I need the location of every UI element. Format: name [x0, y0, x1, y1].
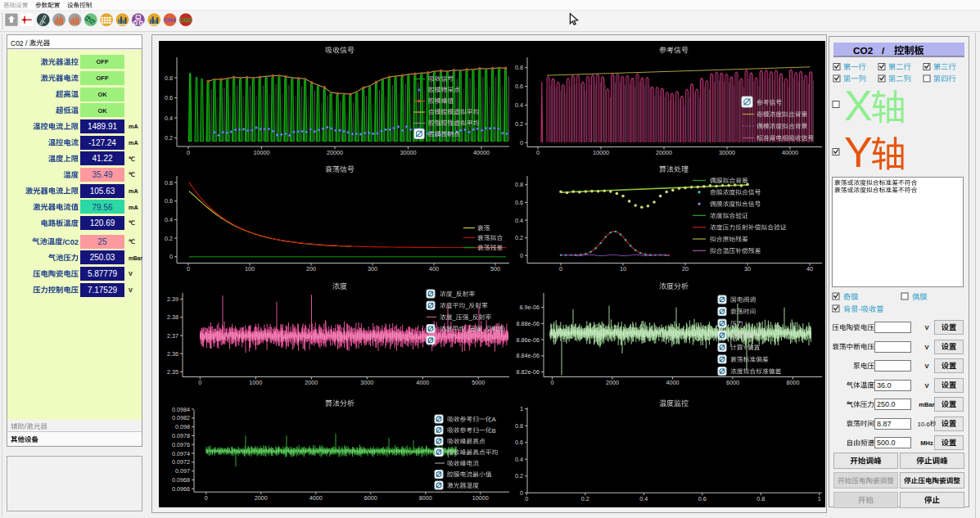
svg-text:0.4: 0.4 — [165, 115, 173, 122]
svg-text:40000: 40000 — [782, 149, 798, 156]
svg-text:8000: 8000 — [786, 379, 799, 386]
svg-text:10000: 10000 — [472, 494, 489, 502]
svg-text:0.0966: 0.0966 — [172, 485, 190, 493]
svg-text:0: 0 — [187, 265, 190, 273]
svg-text:mBar: mBar — [919, 401, 934, 408]
svg-text:0.6: 0.6 — [165, 94, 173, 101]
svg-text:0.0968: 0.0968 — [172, 476, 190, 484]
svg-text:20000: 20000 — [327, 149, 343, 156]
svg-text:250.0: 250.0 — [877, 400, 896, 408]
svg-text:CO2: CO2 — [179, 16, 192, 24]
svg-text:8.9e-06: 8.9e-06 — [520, 304, 540, 311]
svg-text:2000: 2000 — [255, 494, 268, 502]
svg-text:0.2: 0.2 — [515, 234, 523, 241]
svg-text:0.6: 0.6 — [515, 83, 523, 90]
svg-text:0.8: 0.8 — [515, 181, 523, 188]
svg-text:10000: 10000 — [593, 149, 609, 156]
svg-text:10000: 10000 — [254, 149, 270, 156]
svg-text:℃: ℃ — [129, 155, 135, 163]
svg-text:X: X — [844, 82, 873, 129]
svg-text:0.2: 0.2 — [515, 120, 523, 128]
svg-text:0.2: 0.2 — [165, 235, 173, 242]
svg-text:0.8: 0.8 — [515, 64, 523, 71]
svg-text:℃: ℃ — [129, 238, 135, 245]
svg-text:0.4: 0.4 — [639, 495, 648, 502]
svg-text:0.2: 0.2 — [581, 495, 589, 502]
svg-text:2.37: 2.37 — [167, 332, 178, 340]
svg-text:0.6: 0.6 — [165, 197, 173, 205]
svg-text:105.63: 105.63 — [90, 187, 115, 196]
svg-text:℃: ℃ — [129, 171, 135, 178]
svg-text:8.88e-06: 8.88e-06 — [517, 320, 540, 327]
svg-text:_: _ — [452, 291, 457, 298]
svg-text:0.2: 0.2 — [165, 134, 173, 142]
svg-text:0.0984: 0.0984 — [172, 406, 190, 413]
svg-text:0.6: 0.6 — [515, 439, 523, 446]
svg-text:20: 20 — [682, 265, 689, 273]
svg-text:0: 0 — [520, 252, 523, 259]
svg-text:Y: Y — [844, 128, 873, 176]
svg-text:2.39: 2.39 — [167, 295, 178, 303]
svg-text:36.0: 36.0 — [877, 381, 892, 390]
svg-text:41.22: 41.22 — [93, 154, 113, 163]
svg-text:3000: 3000 — [360, 379, 373, 386]
svg-text:B: B — [492, 427, 496, 435]
svg-text:0.0972: 0.0972 — [172, 458, 190, 466]
svg-text:0: 0 — [187, 149, 190, 156]
svg-text:_: _ — [464, 302, 469, 309]
svg-text:0.4: 0.4 — [515, 217, 523, 224]
svg-text:0.4: 0.4 — [165, 216, 173, 223]
svg-text:OFF: OFF — [97, 74, 109, 82]
svg-text:0.2: 0.2 — [515, 472, 523, 480]
svg-text:6000: 6000 — [726, 379, 739, 386]
svg-text:0: 0 — [198, 379, 201, 386]
svg-text:OK: OK — [97, 107, 107, 115]
svg-text:2000: 2000 — [305, 379, 318, 386]
svg-text:_: _ — [481, 326, 485, 333]
svg-text:mA: mA — [129, 123, 138, 130]
svg-text:0.8: 0.8 — [165, 74, 173, 82]
svg-text:30000: 30000 — [719, 149, 735, 156]
svg-text:4000: 4000 — [309, 494, 323, 502]
svg-text:1: 1 — [818, 495, 821, 502]
svg-text:0.6: 0.6 — [515, 199, 523, 206]
svg-text:V: V — [925, 382, 930, 390]
svg-text:V: V — [925, 324, 930, 331]
svg-text:MHz: MHz — [920, 439, 933, 447]
svg-text:0: 0 — [559, 265, 562, 273]
svg-text:0.8: 0.8 — [756, 495, 765, 502]
svg-text:0.4: 0.4 — [515, 456, 523, 463]
svg-text:mA: mA — [129, 187, 138, 195]
svg-text:79.56: 79.56 — [93, 203, 113, 212]
svg-text:300: 300 — [368, 265, 377, 273]
svg-text:0: 0 — [205, 494, 208, 502]
svg-text:OK: OK — [97, 91, 107, 98]
svg-text:1000: 1000 — [249, 379, 262, 386]
svg-text:Y: Y — [743, 344, 748, 351]
svg-text:0: 0 — [520, 489, 523, 497]
svg-text:250.03: 250.03 — [90, 253, 115, 262]
svg-text:8.82e-06: 8.82e-06 — [517, 368, 540, 376]
svg-text:0.097: 0.097 — [175, 467, 190, 475]
svg-text:2.38: 2.38 — [167, 313, 178, 321]
svg-text:V: V — [129, 270, 133, 277]
svg-text:4000: 4000 — [416, 379, 429, 386]
svg-text:30: 30 — [744, 265, 751, 273]
svg-text:1489.91: 1489.91 — [88, 122, 118, 131]
svg-text:-: - — [859, 305, 861, 313]
svg-text:30000: 30000 — [400, 149, 417, 156]
svg-text:8.86e-06: 8.86e-06 — [517, 336, 540, 344]
svg-text:V: V — [129, 286, 133, 294]
svg-text:0: 0 — [550, 379, 553, 386]
svg-text:200: 200 — [306, 265, 316, 273]
svg-text:_: _ — [464, 326, 469, 333]
svg-text:mBar: mBar — [129, 255, 142, 261]
svg-text:0.0976: 0.0976 — [172, 441, 190, 448]
svg-text:mA: mA — [129, 139, 138, 146]
svg-text:40: 40 — [806, 265, 813, 273]
svg-text:-127.24: -127.24 — [88, 138, 116, 147]
svg-text:10-6: 10-6 — [918, 421, 930, 428]
svg-text:V: V — [925, 344, 930, 351]
svg-text:25: 25 — [97, 237, 107, 246]
svg-text:8.87: 8.87 — [877, 420, 892, 428]
